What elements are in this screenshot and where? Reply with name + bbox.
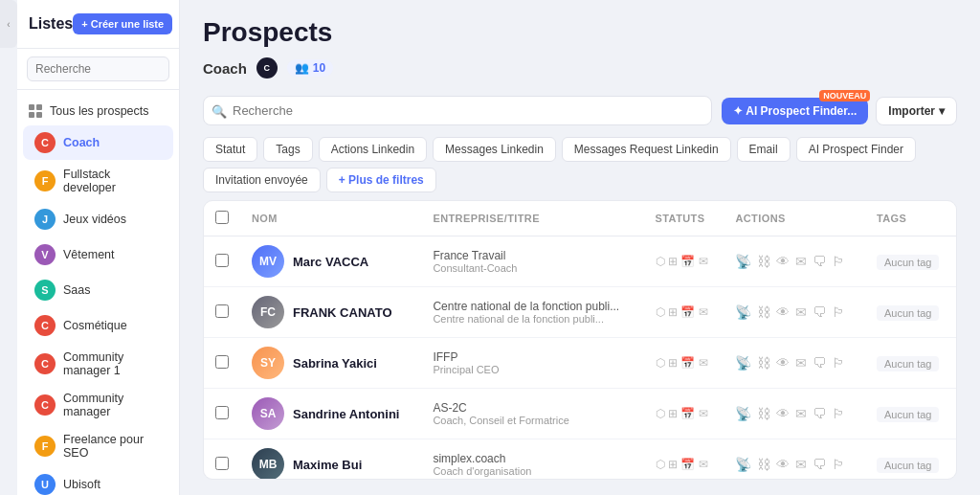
import-label: Importer <box>888 104 935 118</box>
sidebar-label-community: Community manager <box>63 392 162 418</box>
sidebar-item-vetement[interactable]: V Vêtement <box>23 237 173 272</box>
action-flag-icon-4[interactable]: 🏳 <box>832 457 845 472</box>
action-flag-icon-3[interactable]: 🏳 <box>832 406 845 421</box>
tag-pill-4: Aucun tag <box>877 458 940 473</box>
filter-tab-statut[interactable]: Statut <box>203 137 257 162</box>
action-flag-icon-1[interactable]: 🏳 <box>832 304 845 320</box>
status-dot-4: ⬡ ⊞ 📅 ✉ <box>656 458 708 471</box>
company-name-2: IFFP <box>433 350 632 364</box>
action-eye-icon-2[interactable]: 👁 <box>776 355 790 371</box>
sidebar-item-cosmetique[interactable]: C Cosmétique <box>23 308 173 343</box>
action-eye-icon-0[interactable]: 👁 <box>776 254 790 269</box>
sidebar-item-coach[interactable]: C Coach <box>23 125 173 160</box>
sidebar-item-saas[interactable]: S Saas <box>23 273 173 307</box>
action-flag-icon-2[interactable]: 🏳 <box>832 355 845 371</box>
filter-tab-tags[interactable]: Tags <box>263 137 312 162</box>
sidebar-search-input[interactable] <box>27 56 169 81</box>
action-mail-icon-1[interactable]: ✉ <box>795 304 807 320</box>
main-search-input[interactable] <box>203 96 712 125</box>
create-list-button[interactable]: + Créer une liste <box>73 13 172 34</box>
sidebar-item-freelance[interactable]: F Freelance pour SEO <box>23 426 173 466</box>
count-number: 10 <box>313 61 325 75</box>
import-button[interactable]: Importer ▾ <box>876 97 957 125</box>
filter-tab-messages-linkedin[interactable]: Messages Linkedin <box>433 137 556 162</box>
person-cell-0: MV Marc VACCA <box>252 245 410 278</box>
filter-tab-email[interactable]: Email <box>737 137 791 162</box>
action-network-icon-4[interactable]: ⛓ <box>757 457 770 472</box>
prospects-table: NOMENTREPRISE/TITRESTATUTSACTIONSTAGS MV… <box>204 201 956 480</box>
action-msg-icon-2[interactable]: 🗨 <box>813 355 826 371</box>
person-name-3: Sandrine Antonini <box>293 407 399 421</box>
row-checkbox-2[interactable] <box>215 355 229 369</box>
action-eye-icon-1[interactable]: 👁 <box>776 304 790 320</box>
avatar-4: MB <box>252 448 284 480</box>
action-mail-icon-4[interactable]: ✉ <box>795 457 807 472</box>
person-name-1: FRANK CANATO <box>293 305 392 320</box>
row-checkbox-3[interactable] <box>215 406 229 419</box>
col-header-actions: ACTIONS <box>724 201 865 236</box>
status-dot-3: ⬡ ⊞ 📅 ✉ <box>656 407 708 420</box>
col-header-tags: TAGS <box>865 201 956 236</box>
sidebar: Listes + Créer une liste Tous les prospe… <box>17 0 180 495</box>
sidebar-icon-freelance: F <box>34 436 56 457</box>
avatar-0: MV <box>252 245 284 278</box>
tag-pill-0: Aucun tag <box>877 255 940 270</box>
ai-btn-label: ✦ AI Prospect Finder... <box>733 104 857 118</box>
sidebar-icon-vetement: V <box>34 244 56 265</box>
filter-tab-invitation-envoyée[interactable]: Invitation envoyée <box>203 168 321 192</box>
table-row: SA Sandrine Antonini AS-2C Coach, Consei… <box>204 389 956 439</box>
action-eye-icon-3[interactable]: 👁 <box>776 406 790 421</box>
action-network-icon-2[interactable]: ⛓ <box>757 355 770 371</box>
status-icons-0: ⬡ ⊞ 📅 ✉ <box>656 255 713 268</box>
person-name-4: Maxime Bui <box>293 458 362 472</box>
sidebar-icon-fullstack: F <box>34 170 56 191</box>
action-rss-icon-3[interactable]: 📡 <box>735 406 751 421</box>
sidebar-collapse-btn[interactable]: ‹ <box>0 0 17 48</box>
company-sub-3: Coach, Conseil et Formatrice <box>433 415 632 426</box>
action-msg-icon-4[interactable]: 🗨 <box>813 457 826 472</box>
action-network-icon-0[interactable]: ⛓ <box>757 254 770 269</box>
action-rss-icon-4[interactable]: 📡 <box>735 457 751 472</box>
sidebar-item-fullstack[interactable]: F Fullstack developer <box>23 161 173 201</box>
action-rss-icon-2[interactable]: 📡 <box>735 355 751 371</box>
sidebar-item-jeux[interactable]: J Jeux vidéos <box>23 202 173 236</box>
count-icon: 👥 <box>295 61 309 75</box>
action-flag-icon-0[interactable]: 🏳 <box>832 254 845 269</box>
company-sub-2: Principal CEO <box>433 364 632 375</box>
sidebar-item-ubisoft[interactable]: U Ubisoft <box>23 467 173 495</box>
filter-tab-messages-request-linkedin[interactable]: Messages Request Linkedin <box>562 137 731 162</box>
action-msg-icon-1[interactable]: 🗨 <box>813 304 826 320</box>
filter-tab-ai-prospect-finder[interactable]: AI Prospect Finder <box>796 137 916 162</box>
action-mail-icon-0[interactable]: ✉ <box>795 254 807 269</box>
row-checkbox-4[interactable] <box>215 457 229 470</box>
action-mail-icon-3[interactable]: ✉ <box>795 406 807 421</box>
sidebar-icon-community: C <box>34 394 56 416</box>
action-rss-icon-0[interactable]: 📡 <box>735 254 751 269</box>
action-rss-icon-1[interactable]: 📡 <box>735 304 751 320</box>
status-icons-3: ⬡ ⊞ 📅 ✉ <box>656 407 713 420</box>
action-icons-2: 📡 ⛓ 👁 ✉ 🗨 🏳 <box>735 355 854 371</box>
filter-tab-actions-linkedin[interactable]: Actions Linkedin <box>319 137 427 162</box>
status-dot-1: ⬡ ⊞ 📅 ✉ <box>656 305 708 319</box>
ai-prospect-finder-button[interactable]: NOUVEAU ✦ AI Prospect Finder... <box>722 98 868 124</box>
action-msg-icon-0[interactable]: 🗨 <box>813 254 826 269</box>
status-dot-0: ⬡ ⊞ 📅 ✉ <box>656 255 708 268</box>
row-checkbox-1[interactable] <box>215 304 229 318</box>
coach-avatar: C <box>256 57 278 79</box>
sidebar-icon-community1: C <box>34 353 56 374</box>
chevron-down-icon: ▾ <box>939 104 945 118</box>
action-eye-icon-4[interactable]: 👁 <box>776 457 790 472</box>
more-filters-button[interactable]: + Plus de filtres <box>326 168 436 192</box>
action-msg-icon-3[interactable]: 🗨 <box>813 406 826 421</box>
select-all-checkbox[interactable] <box>215 211 229 224</box>
sidebar-item-all[interactable]: Tous les prospects <box>17 98 179 124</box>
action-icons-1: 📡 ⛓ 👁 ✉ 🗨 🏳 <box>735 304 854 320</box>
action-network-icon-1[interactable]: ⛓ <box>757 304 770 320</box>
sidebar-item-community1[interactable]: C Community manager 1 <box>23 344 173 384</box>
company-sub-1: Centre national de la fonction publi... <box>433 313 632 325</box>
action-network-icon-3[interactable]: ⛓ <box>757 406 770 421</box>
sidebar-label-jeux: Jeux vidéos <box>63 213 126 226</box>
action-mail-icon-2[interactable]: ✉ <box>795 355 807 371</box>
sidebar-item-community[interactable]: C Community manager <box>23 385 173 425</box>
row-checkbox-0[interactable] <box>215 254 229 267</box>
